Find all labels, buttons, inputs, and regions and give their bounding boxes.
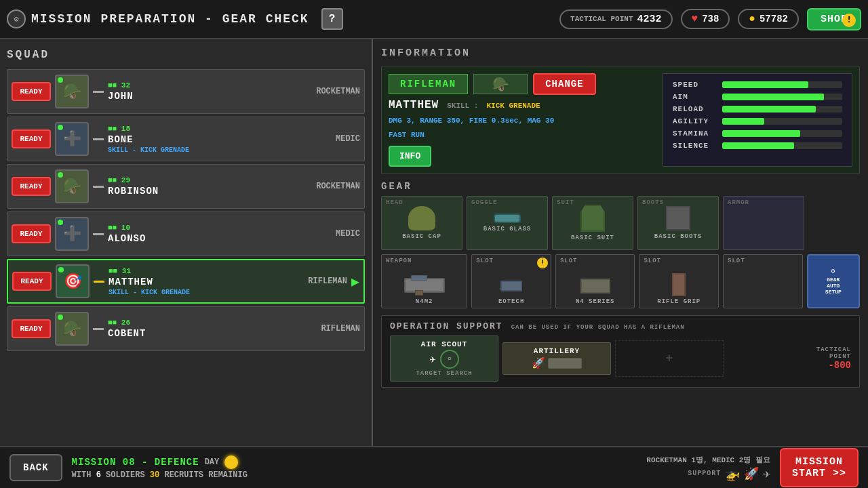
gear-item-name: BASIC SUIT [571,235,614,241]
tactical-label: TACTICAL POINT [570,15,633,23]
ready-button[interactable]: READY [12,129,51,148]
coin-value: 57782 [760,14,788,24]
gear-armor-slot[interactable]: ARMOR [723,196,804,250]
tactical-point-badge: TACTICAL POINT 4232 [559,9,672,29]
support-icon-3: ✈ [763,466,770,481]
support-icon-1: 🚁 [725,466,740,481]
slot-alert-icon: ! [537,258,548,268]
op-item-artillery[interactable]: ARTILLERY 🚀 [502,342,611,375]
op-support-items: AIR SCOUT ✈ ○ TARGET SEARCH ARTILLERY 🚀 … [390,336,851,382]
slot3-item[interactable]: SLOT RIFLE GRIP [639,254,719,308]
operation-support-section: OPERATION SUPPORT CAN BE USED IF YOUR SQ… [381,315,860,388]
soldier-info: ■■ 31 MATTHEW SKILL - KICK GRENADE [108,267,289,296]
logo-icon: ⚙ [7,9,26,28]
slot4-item[interactable]: SLOT [723,254,803,308]
gear-type-label: GOGGLE [471,199,497,206]
squad-row[interactable]: READY 🪖 ■■ 29 ROBINSON ROCKETMAN [7,164,365,209]
stat-row-reload: RELOAD [673,105,842,113]
ready-button[interactable]: READY [12,82,51,101]
stat-bar-bg [722,130,842,137]
op-item-name: ARTILLERY [534,347,580,355]
soldier-level: ■■ 26 [108,319,302,327]
dash-icon [93,186,104,188]
weapon-slot[interactable]: WEAPON N4M2 [381,254,467,308]
soldier-class: MEDIC [306,229,360,239]
soldier-level: ■■ 18 [108,125,302,133]
soldier-info: ■■ 32 JOHN [108,81,302,102]
skill-label: SKILL : [447,102,478,110]
soldier-skill: SKILL - KICK GRENADE [108,289,289,296]
gear-type-label: HEAD [386,199,403,206]
mission-recruits: WITH 6 SOLDIERS 30 RECRUITS REMAINIG [72,470,248,480]
squad-row[interactable]: READY ➕ ■■ 18 BONE SKILL - KICK GRENADE … [7,117,365,161]
op-item-sub: TARGET SEARCH [416,370,472,377]
squad-panel: SQUAD READY 🪖 ■■ 32 JOHN ROCKETMAN READY [0,39,373,488]
back-button[interactable]: BACK [9,454,62,481]
op-support-note: CAN BE USED IF YOUR SQUAD HAS A RIFLEMAN [511,324,685,331]
stat-bar-bg [722,142,842,149]
dash-icon [93,91,104,93]
main-area: SQUAD READY 🪖 ■■ 32 JOHN ROCKETMAN READY [0,39,868,488]
slot-label: SLOT [728,258,745,264]
slot2-item[interactable]: SLOT N4 SERIES [555,254,635,308]
gear-section: GEAR HEAD BASIC CAP GOGGLE BASIC GLASS S… [381,181,860,308]
gear-item-name: BASIC GLASS [484,226,531,232]
stat-label: AGILITY [673,117,717,125]
gear-item-name: BASIC CAP [402,233,441,240]
change-button[interactable]: CHANGE [533,73,595,95]
stat-bar-bg [722,106,842,113]
shop-alert-icon: ! [842,14,856,27]
mission-start-button[interactable]: MISSIONSTART >> [780,448,859,487]
health-indicator [58,77,63,83]
tactical-point-cost: -800 [816,360,851,371]
soldier-name: ALONSO [108,233,302,244]
ready-button[interactable]: READY [12,319,51,338]
ready-button[interactable]: READY [12,272,52,291]
squad-row-selected[interactable]: READY 🎯 ■■ 31 MATTHEW SKILL - KICK GRENA… [7,259,365,304]
support-icon-2: 🚀 [744,466,759,481]
dash-icon [93,328,104,330]
ready-button[interactable]: READY [12,224,51,243]
ready-button[interactable]: READY [12,177,51,196]
squad-row[interactable]: READY ➕ ■■ 10 ALONSO MEDIC [7,211,365,256]
soldier-level: ■■ 31 [108,267,289,275]
squad-row[interactable]: READY 🪖 ■■ 26 COBENT RIFLEMAN [7,306,365,351]
stats-box: SPEED AIM RELOAD [663,73,852,167]
mission-name: MISSION 08 - DEFENCE [72,457,199,468]
info-section-title: INFORMATION [381,47,471,59]
stat-row-agility: AGILITY [673,117,842,125]
info-panel: INFORMATION RIFLEMAN 🪖 CHANGE MATTHEW SK… [373,39,868,488]
soldier-level: ■■ 32 [108,81,302,89]
coin-icon: ● [749,13,755,25]
slot1-item[interactable]: ! SLOT EOTECH [471,254,551,308]
op-item-air-scout[interactable]: AIR SCOUT ✈ ○ TARGET SEARCH [390,336,498,382]
soldier-name: ROBINSON [108,186,302,197]
stat-bar-fill [722,142,794,149]
gear-auto-setup-button[interactable]: ⚙ GEARAUTOSETUP [807,254,860,308]
health-value: 738 [702,14,719,24]
stat-bar-fill [722,81,808,88]
gear-boots-slot[interactable]: BOOTS BASIC BOOTS [637,196,719,250]
info-header: INFORMATION [381,47,860,59]
squad-row[interactable]: READY 🪖 ■■ 32 JOHN ROCKETMAN [7,69,365,114]
sun-icon [224,455,238,469]
stat-row-silence: SILENCE [673,142,842,150]
gear-type-label: SUIT [557,199,574,206]
gear-suit-slot[interactable]: SUIT BASIC SUIT [552,196,633,250]
slot-label: SLOT [476,258,494,264]
info-detail-button[interactable]: INFO [389,146,431,167]
boots-icon [666,206,690,230]
helmet-icon [408,206,435,230]
op-item-name: AIR SCOUT [421,340,467,348]
op-item-empty[interactable]: + [615,340,724,377]
gear-head-slot[interactable]: HEAD BASIC CAP [381,196,462,250]
op-support-title: OPERATION SUPPORT [390,321,503,331]
help-button[interactable]: ? [321,8,343,30]
health-indicator [58,172,63,178]
tactical-point-label: TACTICALPOINT [816,346,851,360]
weapon-label: WEAPON [386,258,412,264]
stat-bar-bg [722,81,842,88]
avatar: 🎯 [56,264,90,298]
gear-goggle-slot[interactable]: GOGGLE BASIC GLASS [467,196,548,250]
soldier-level: ■■ 10 [108,224,302,232]
